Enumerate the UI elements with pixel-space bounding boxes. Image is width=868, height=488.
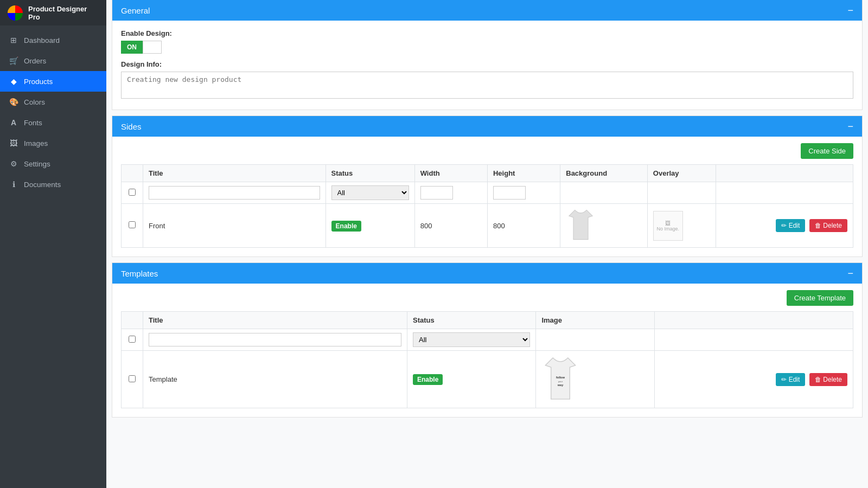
sides-col-background: Background — [560, 165, 648, 182]
sidebar-item-documents[interactable]: ℹ Documents — [0, 174, 106, 195]
sides-col-title: Title — [143, 165, 326, 182]
images-icon: 🖼 — [9, 138, 18, 148]
templates-section-body: Create Template Title Status Image — [112, 284, 862, 417]
general-section-header: General − — [112, 0, 862, 21]
sides-filter-height[interactable] — [493, 186, 526, 200]
design-info-label: Design Info: — [121, 60, 853, 68]
sides-row-actions: ✏ Edit 🗑 Delete — [716, 204, 853, 248]
templates-filter-row: All Enable Disable — [122, 329, 853, 351]
sidebar-item-label: Products — [24, 78, 53, 86]
enable-design-toggle: ON — [121, 41, 853, 54]
tshirt-background-icon — [566, 207, 596, 242]
create-template-button[interactable]: Create Template — [787, 290, 853, 306]
table-row: Template Enable follow your way — [122, 351, 853, 408]
svg-text:follow: follow — [556, 376, 565, 379]
sidebar-item-label: Fonts — [24, 119, 42, 127]
sidebar-item-products[interactable]: ◆ Products — [0, 71, 106, 92]
sides-col-check — [122, 165, 143, 182]
templates-filter-status[interactable]: All Enable Disable — [413, 332, 530, 347]
sidebar: Product Designer Pro ⊞ Dashboard 🛒 Order… — [0, 0, 106, 488]
sides-collapse-button[interactable]: − — [847, 121, 853, 131]
sides-filter-width[interactable] — [420, 186, 453, 200]
templates-filter-title[interactable] — [149, 333, 401, 346]
fonts-icon: A — [9, 118, 18, 127]
sides-edit-button[interactable]: ✏ Edit — [776, 219, 805, 232]
sidebar-item-images[interactable]: 🖼 Images — [0, 133, 106, 153]
sides-section-body: Create Side Title Status Width Height Ba… — [112, 137, 862, 256]
templates-section-header: Templates − — [112, 263, 862, 284]
sidebar-header: Product Designer Pro — [0, 0, 106, 25]
sides-section: Sides − Create Side Title Status Width H… — [112, 115, 863, 257]
sidebar-item-dashboard[interactable]: ⊞ Dashboard — [0, 30, 106, 50]
app-logo — [8, 5, 23, 21]
svg-text:your: your — [558, 380, 563, 383]
sides-row-width: 800 — [414, 204, 487, 248]
sides-filter-row: All Enable Disable — [122, 182, 853, 204]
sidebar-item-label: Documents — [24, 181, 61, 189]
create-side-button[interactable]: Create Side — [801, 143, 853, 159]
sides-row-checkbox[interactable] — [129, 221, 136, 228]
no-image-label: No Image. — [657, 226, 680, 232]
templates-row-checkbox[interactable] — [129, 375, 136, 382]
no-image-placeholder: 🖼 No Image. — [653, 211, 683, 241]
products-icon: ◆ — [9, 76, 18, 86]
sides-col-overlay: Overlay — [647, 165, 716, 182]
sides-delete-button[interactable]: 🗑 Delete — [809, 219, 847, 232]
templates-table: Title Status Image All Ena — [121, 311, 853, 408]
templates-col-actions — [654, 312, 853, 329]
sidebar-item-settings[interactable]: ⚙ Settings — [0, 153, 106, 174]
general-section-body: Enable Design: ON Design Info: — [112, 21, 862, 110]
templates-row-actions: ✏ Edit 🗑 Delete — [654, 351, 853, 408]
sidebar-item-orders[interactable]: 🛒 Orders — [0, 50, 106, 71]
sidebar-item-label: Settings — [24, 160, 50, 168]
enable-design-label: Enable Design: — [121, 29, 853, 37]
image-icon: 🖼 — [665, 220, 671, 226]
sidebar-nav: ⊞ Dashboard 🛒 Orders ◆ Products 🎨 Colors… — [0, 25, 106, 195]
sides-section-title: Sides — [121, 122, 142, 131]
documents-icon: ℹ — [9, 179, 18, 189]
sides-section-header: Sides − — [112, 116, 862, 137]
sidebar-item-label: Orders — [24, 57, 46, 65]
sides-filter-title[interactable] — [149, 186, 320, 200]
template-tshirt-icon: follow your way — [541, 354, 579, 403]
templates-edit-button[interactable]: ✏ Edit — [776, 373, 805, 386]
status-badge: Enable — [331, 221, 361, 232]
toggle-off-button[interactable] — [143, 41, 162, 54]
templates-collapse-button[interactable]: − — [847, 268, 853, 278]
toggle-on-button[interactable]: ON — [121, 41, 143, 54]
status-badge: Enable — [413, 374, 443, 385]
sides-filter-checkbox[interactable] — [129, 189, 136, 196]
sides-toolbar: Create Side — [121, 143, 853, 164]
sides-filter-status[interactable]: All Enable Disable — [331, 185, 409, 200]
table-row: Front Enable 800 800 🖼 — [122, 204, 853, 248]
dashboard-icon: ⊞ — [9, 35, 18, 45]
sidebar-item-fonts[interactable]: A Fonts — [0, 112, 106, 133]
svg-text:way: way — [557, 383, 564, 387]
sidebar-item-colors[interactable]: 🎨 Colors — [0, 92, 106, 112]
sides-row-height: 800 — [487, 204, 560, 248]
templates-delete-button[interactable]: 🗑 Delete — [809, 373, 847, 386]
templates-toolbar: Create Template — [121, 290, 853, 311]
sides-col-height: Height — [487, 165, 560, 182]
settings-icon: ⚙ — [9, 159, 18, 169]
templates-row-image: follow your way — [536, 351, 654, 408]
orders-icon: 🛒 — [9, 56, 18, 66]
design-info-textarea[interactable] — [121, 72, 853, 99]
sides-col-width: Width — [414, 165, 487, 182]
templates-col-status: Status — [407, 312, 535, 329]
sides-col-actions — [716, 165, 853, 182]
templates-section: Templates − Create Template Title Status… — [112, 262, 863, 418]
main-content: General − Enable Design: ON Design Info:… — [106, 0, 868, 488]
templates-row-title: Template — [143, 351, 407, 408]
colors-icon: 🎨 — [9, 97, 18, 107]
sides-row-title: Front — [143, 204, 326, 248]
sidebar-item-label: Dashboard — [24, 36, 60, 44]
templates-col-check — [122, 312, 143, 329]
general-section-title: General — [121, 6, 150, 15]
sidebar-item-label: Images — [24, 139, 48, 147]
general-section: General − Enable Design: ON Design Info: — [112, 0, 863, 110]
sides-row-overlay: 🖼 No Image. — [647, 204, 716, 248]
templates-filter-checkbox[interactable] — [129, 336, 136, 343]
general-collapse-button[interactable]: − — [847, 5, 853, 15]
sides-table: Title Status Width Height Background Ove… — [121, 164, 853, 248]
